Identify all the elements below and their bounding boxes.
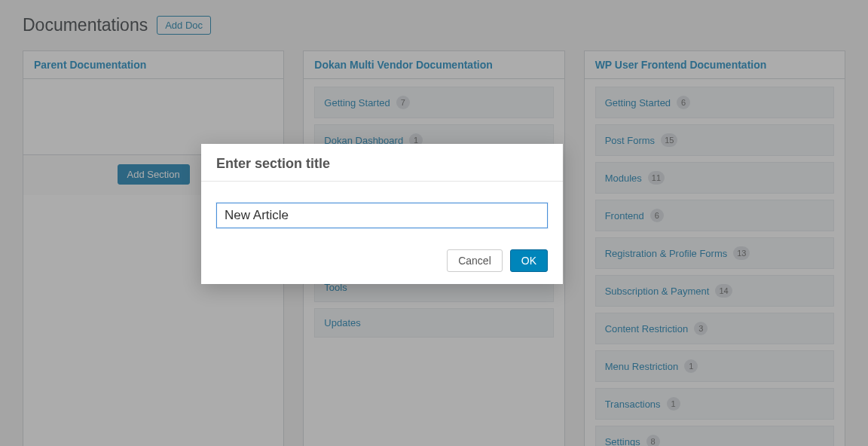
section-title-input[interactable] <box>216 203 548 228</box>
modal-body <box>201 182 563 249</box>
modal-title: Enter section title <box>201 144 563 182</box>
cancel-button[interactable]: Cancel <box>447 249 503 272</box>
section-title-modal: Enter section title Cancel OK <box>201 144 563 284</box>
modal-footer: Cancel OK <box>201 249 563 284</box>
ok-button[interactable]: OK <box>510 249 548 272</box>
